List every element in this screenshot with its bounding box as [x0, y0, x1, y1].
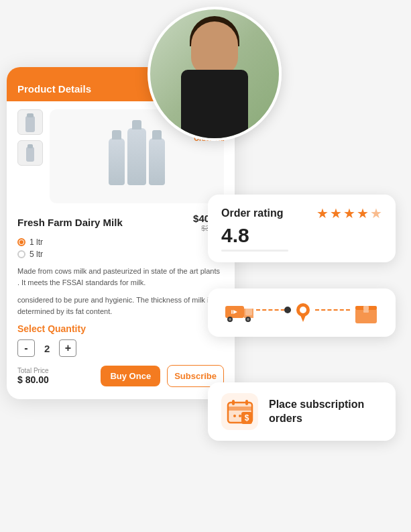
star-3: ★: [343, 205, 355, 221]
svg-point-26: [239, 415, 241, 417]
product-name-price: Fresh Farm Dairy Milk $40.00 $30.00: [17, 213, 224, 232]
box-icon: [353, 301, 379, 325]
person-photo: [148, 7, 282, 141]
thumbnail-2[interactable]: [17, 140, 43, 166]
person-head: [191, 21, 238, 75]
subscription-icon: $: [225, 397, 255, 427]
subscription-card: $ Place subscription orders: [208, 382, 396, 441]
svg-rect-18: [363, 306, 369, 310]
subscription-text: Place subscription orders: [269, 398, 382, 426]
thumbnail-1[interactable]: [17, 109, 43, 135]
size-label-5ltr: 5 ltr: [30, 250, 43, 259]
svg-rect-24: [245, 400, 248, 405]
bottle-2: [127, 128, 146, 185]
rating-value: 4.8: [221, 224, 382, 247]
svg-rect-12: [231, 310, 233, 314]
truck-icon-wrap: [224, 301, 253, 325]
thumbnail-list: [17, 109, 43, 203]
svg-rect-22: [228, 407, 252, 411]
svg-marker-15: [300, 315, 306, 322]
quantity-plus-button[interactable]: +: [59, 339, 76, 357]
svg-point-8: [229, 318, 231, 321]
total-label: Total Price: [17, 367, 94, 374]
quantity-minus-button[interactable]: -: [17, 339, 35, 357]
svg-rect-3: [27, 144, 33, 148]
rating-title: Order rating: [221, 207, 283, 219]
radio-5ltr[interactable]: [17, 250, 25, 258]
svg-rect-0: [25, 116, 35, 132]
svg-text:$: $: [244, 413, 249, 423]
size-option-1ltr[interactable]: 1 ltr: [17, 237, 224, 247]
header-title: Product Details: [17, 83, 91, 95]
rating-line: [221, 250, 288, 252]
product-description-2: considered to be pure and hygienic. The …: [17, 295, 224, 317]
quantity-controls: - 2 +: [17, 339, 224, 357]
bottle-3: [149, 138, 165, 185]
pin-icon: [294, 301, 312, 325]
svg-rect-1: [27, 113, 34, 117]
subscription-icon-block: $: [221, 393, 258, 430]
size-label-1ltr: 1 ltr: [30, 237, 43, 247]
total-buy-row: Total Price $ 80.00 Buy Once Subscribe: [17, 365, 224, 387]
stars: ★ ★ ★ ★ ★: [316, 205, 382, 221]
svg-point-14: [300, 307, 306, 313]
star-1: ★: [316, 205, 329, 221]
pin-icon-wrap: [294, 301, 312, 325]
delivery-card: [208, 288, 396, 337]
radio-1ltr[interactable]: [17, 238, 25, 246]
size-options: 1 ltr 5 ltr: [17, 237, 224, 259]
svg-rect-19: [363, 310, 369, 313]
rating-card: Order rating ★ ★ ★ ★ ★ 4.8: [208, 195, 396, 262]
person-body: [181, 70, 248, 141]
person-figure: [150, 9, 279, 138]
product-content: 💬 Order Via Fresh Farm Dairy Milk $40.00…: [7, 101, 235, 399]
quantity-value: 2: [44, 343, 50, 354]
svg-rect-2: [26, 147, 34, 162]
product-name: Fresh Farm Dairy Milk: [17, 217, 123, 228]
star-5: ★: [370, 205, 382, 221]
truck-icon: [224, 301, 253, 325]
svg-point-25: [233, 415, 236, 417]
box-icon-wrap: [353, 301, 379, 325]
rating-header: Order rating ★ ★ ★ ★ ★: [221, 205, 382, 221]
total-price-block: Total Price $ 80.00: [17, 367, 94, 385]
buy-once-button[interactable]: Buy Once: [101, 366, 160, 386]
svg-rect-6: [245, 309, 252, 315]
size-option-5ltr[interactable]: 5 ltr: [17, 250, 224, 259]
delivery-icons-row: [224, 301, 379, 325]
product-description-1: Made from cows milk and pasteurized in s…: [17, 266, 224, 288]
select-quantity-label: Select Quantity: [17, 323, 224, 334]
svg-rect-23: [232, 400, 235, 405]
star-2: ★: [330, 205, 342, 221]
total-amount: $ 80.00: [17, 374, 94, 385]
bottle-1: [109, 138, 125, 185]
star-4: ★: [357, 205, 369, 221]
svg-point-10: [247, 318, 249, 321]
